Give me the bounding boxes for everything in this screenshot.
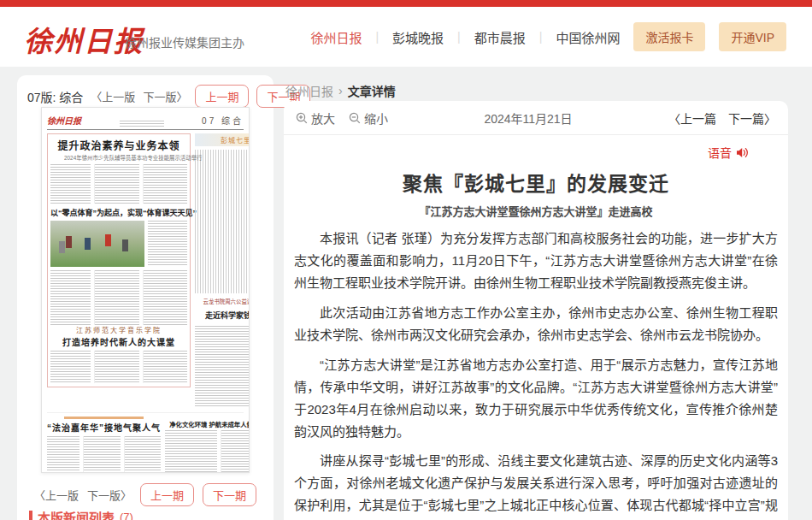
zoom-out-label: 缩小 bbox=[364, 109, 388, 127]
page-label: 07版: 综合 bbox=[27, 88, 83, 105]
prev-article-link[interactable]: 〈上一篇 bbox=[668, 109, 716, 127]
news-list-title: 本版新闻列表 bbox=[38, 508, 115, 520]
zoom-in-icon bbox=[296, 112, 308, 124]
article-panel: 放大 缩小 2024年11月21日 〈上一篇 下一篇〉 语音 bbox=[284, 101, 788, 520]
thumb-text-col bbox=[195, 326, 250, 408]
page-preview-panel: 07版: 综合 〈上一版 下一版〉 上一期 下一期 徐州日报 07 综合 提升政… bbox=[17, 75, 274, 520]
breadcrumb: 徐州日报 › 文章详情 bbox=[285, 82, 396, 99]
thumb-bottom-left-article: “法治嘉年华”接地气聚人气 bbox=[47, 417, 161, 473]
nav-separator: | bbox=[457, 30, 461, 44]
nav-item-xuzhou-daily[interactable]: 徐州日报 bbox=[310, 28, 362, 46]
open-vip-button[interactable]: 开通VIP bbox=[719, 22, 786, 51]
breadcrumb-root[interactable]: 徐州日报 bbox=[285, 82, 333, 99]
thumb-headline-4: 走近科学家钱学森 bbox=[195, 310, 250, 321]
nav-item-city-morning[interactable]: 都市晨报 bbox=[474, 28, 526, 46]
nav-separator: | bbox=[375, 30, 379, 44]
thumb-photo bbox=[50, 221, 144, 267]
article-paragraph: 本报讯（记者 张瑾）为充分发挥方志部门和高校服务社会的功能，进一步扩大方志文化的… bbox=[294, 228, 778, 294]
zoom-in-label: 放大 bbox=[311, 109, 335, 127]
voice-button[interactable]: 语音 bbox=[708, 144, 749, 161]
thumb-text-columns bbox=[165, 430, 250, 473]
article-toolbar: 放大 缩小 2024年11月21日 〈上一篇 下一篇〉 bbox=[284, 101, 788, 135]
article-body: 本报讯（记者 张瑾）为充分发挥方志部门和高校服务社会的功能，进一步扩大方志文化的… bbox=[284, 219, 788, 520]
thumb-kicker-line bbox=[64, 417, 144, 419]
next-page-link[interactable]: 下一版〉 bbox=[143, 88, 187, 104]
activate-card-button[interactable]: 激活报卡 bbox=[633, 22, 705, 51]
thumb-subhead-1: 2024年徐州市少先队辅导员基本功专业技能展示活动举行 bbox=[64, 154, 174, 162]
voice-label: 语音 bbox=[708, 144, 732, 161]
next-page-link-bottom[interactable]: 下一版〉 bbox=[87, 487, 132, 503]
thumb-text-columns bbox=[47, 436, 161, 473]
thumb-paper-logo: 徐州日报 bbox=[47, 114, 81, 127]
breadcrumb-current: 文章详情 bbox=[348, 82, 396, 99]
news-list-heading: 本版新闻列表 (7) bbox=[29, 508, 133, 520]
thumb-banner: 彭城七里 bbox=[195, 133, 250, 146]
prev-issue-button-bottom[interactable]: 上一期 bbox=[140, 483, 194, 506]
article-paragraph: 此次活动由江苏省地方志工作办公室主办，徐州市史志办公室、徐州生物工程职业技术学院… bbox=[294, 302, 778, 346]
prev-issue-button[interactable]: 上一期 bbox=[195, 85, 249, 108]
thumb-lead-article: 提升政治素养与业务本领 2024年徐州市少先队辅导员基本功专业技能展示活动举行 … bbox=[47, 133, 191, 387]
zoom-out-button[interactable]: 缩小 bbox=[349, 109, 388, 127]
site-tagline: 徐州报业传媒集团主办 bbox=[125, 33, 244, 50]
thumb-kicker-4: 云龙书院周六公益讲座预告 bbox=[203, 298, 250, 305]
thumb-date-lines bbox=[120, 121, 164, 127]
speaker-icon bbox=[736, 147, 749, 158]
article-title: 聚焦『彭城七里』的发展变迁 bbox=[309, 168, 762, 197]
article-subtitle: 『江苏方志大讲堂暨徐州方志大讲堂』走进高校 bbox=[301, 203, 771, 219]
nav-item-china-xuzhou-net[interactable]: 中国徐州网 bbox=[556, 28, 620, 46]
thumb-headline-3: 打造培养时代新人的大课堂 bbox=[50, 335, 187, 348]
news-list-count: (7) bbox=[120, 511, 133, 520]
thumb-vert-text bbox=[195, 150, 249, 293]
next-issue-button-bottom[interactable]: 下一期 bbox=[203, 483, 256, 506]
site-header: 徐州日报 徐州报业传媒集团主办 徐州日报 | 彭城晚报 | 都市晨报 | 中国徐… bbox=[0, 7, 812, 67]
zoom-out-icon bbox=[349, 112, 361, 124]
top-accent-bar bbox=[0, 0, 812, 7]
article-paragraph: “江苏方志大讲堂”是江苏省地方志办公室打造、用于“展示方志魅力，宣传江苏地情，传… bbox=[294, 354, 778, 443]
newspaper-page-thumbnail[interactable]: 徐州日报 07 综合 提升政治素养与业务本领 2024年徐州市少先队辅导员基本功… bbox=[41, 107, 250, 473]
thumb-headline-5: “法治嘉年华”接地气聚人气 bbox=[47, 421, 161, 434]
prev-page-link-bottom[interactable]: 〈上一版 bbox=[34, 487, 79, 503]
nav-item-pengcheng-evening[interactable]: 彭城晚报 bbox=[392, 28, 444, 46]
thumb-headline-1: 提升政治素养与业务本领 bbox=[50, 138, 187, 152]
zoom-in-button[interactable]: 放大 bbox=[296, 109, 335, 127]
header-nav: 徐州日报 | 彭城晚报 | 都市晨报 | 中国徐州网 激活报卡 开通VIP bbox=[310, 7, 786, 67]
thumb-text-columns bbox=[50, 351, 187, 383]
thumb-masthead: 徐州日报 07 综合 bbox=[47, 114, 244, 130]
thumb-page-number: 07 综合 bbox=[202, 114, 244, 127]
thumb-text-columns bbox=[50, 164, 187, 204]
thumb-vertical-headline-block: 『江苏方志大讲堂暨徐州方志大讲堂』走进高校 聚焦『彭城七里』的发展变迁 bbox=[195, 150, 250, 293]
news-list-accent-bar bbox=[29, 511, 32, 520]
thumb-text-col bbox=[148, 221, 187, 267]
article-paragraph: 讲座从探寻“彭城七里”的形成、沿线主要文化建筑古迹、深厚的历史文化内涵等3个方面… bbox=[294, 450, 778, 520]
prev-page-link[interactable]: 〈上一版 bbox=[91, 88, 135, 104]
thumb-headline-2: 以“零点体育”为起点，实现“体育课天天见” bbox=[50, 207, 187, 218]
breadcrumb-separator: › bbox=[338, 84, 343, 98]
nav-separator: | bbox=[539, 30, 543, 44]
thumb-bottom-right-article: 净化文化环境 护航未成年人健康成长 bbox=[165, 417, 250, 473]
thumb-text-columns bbox=[50, 270, 187, 325]
thumb-kicker-3: 江苏师范大学音乐学院 bbox=[50, 325, 187, 334]
page-nav-bottom: 〈上一版 下一版〉 上一期 下一期 bbox=[17, 483, 274, 506]
next-article-link[interactable]: 下一篇〉 bbox=[728, 109, 776, 127]
thumb-headline-6: 净化文化环境 护航未成年人健康成长 bbox=[169, 419, 250, 428]
article-date: 2024年11月21日 bbox=[484, 109, 572, 127]
